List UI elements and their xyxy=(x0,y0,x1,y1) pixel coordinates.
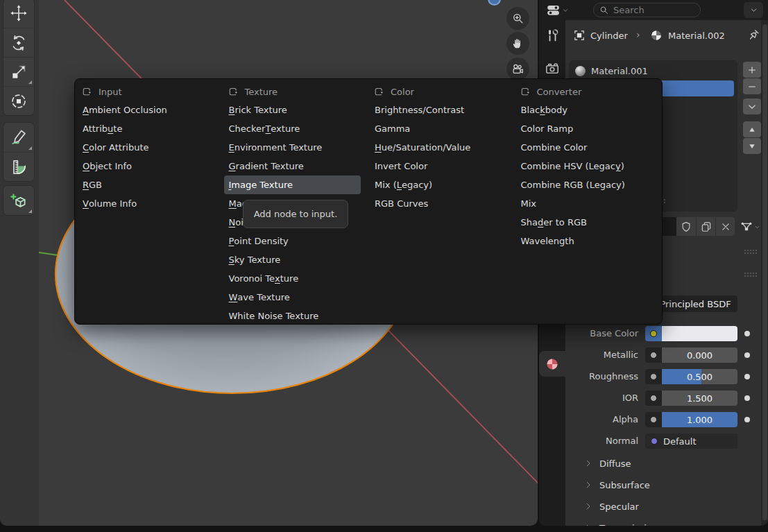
menu-item[interactable]: Object Info xyxy=(78,157,215,175)
socket-button[interactable] xyxy=(645,391,662,406)
minus-icon xyxy=(746,81,758,92)
menu-item[interactable]: Brightness/Contrast xyxy=(370,101,507,119)
menu-item[interactable]: Point Density xyxy=(224,232,361,250)
section-label: Subsurface xyxy=(599,480,650,490)
menu-item[interactable]: Voronoi Texture xyxy=(224,269,361,288)
menu-item[interactable]: Hue/Saturation/Value xyxy=(370,138,507,157)
annotate-tool-button[interactable] xyxy=(3,123,34,152)
menu-item[interactable]: Blackbody xyxy=(516,101,654,119)
add-cube-tool-button[interactable] xyxy=(3,186,34,215)
socket-button[interactable] xyxy=(645,412,662,427)
value-slider[interactable]: 0.500 xyxy=(662,369,737,384)
menu-item[interactable]: Combine HSV (Legacy) xyxy=(516,157,654,175)
menu-item[interactable]: Gamma xyxy=(370,119,507,138)
chevron-right-icon xyxy=(583,501,593,511)
value-slider[interactable]: 1.000 xyxy=(662,412,737,427)
minus-button[interactable] xyxy=(743,78,761,94)
value-slider[interactable]: 0.000 xyxy=(662,347,737,363)
menu-item[interactable]: Volume Info xyxy=(78,194,215,213)
menu-item[interactable]: Environment Texture xyxy=(224,138,361,157)
menu-item[interactable]: Invert Color xyxy=(370,157,507,175)
section-header-diffuse[interactable]: Diffuse xyxy=(583,455,743,472)
tri-up-button[interactable] xyxy=(743,121,761,137)
panel-grip[interactable] xyxy=(744,273,757,277)
keyframe-dot[interactable] xyxy=(744,395,750,401)
scrollbar[interactable] xyxy=(761,20,768,526)
move-tool-button[interactable] xyxy=(3,0,34,28)
socket-button[interactable] xyxy=(645,369,662,384)
menu-item[interactable]: Sky Texture xyxy=(224,250,361,269)
property-label: Base Color xyxy=(546,326,638,341)
section-header-transmission[interactable]: Transmission xyxy=(583,520,743,526)
annotate-tool-icon xyxy=(10,128,28,146)
editor-type-button[interactable] xyxy=(546,2,569,18)
section-header-subsurface[interactable]: Subsurface xyxy=(583,477,743,493)
pan-hand-button[interactable] xyxy=(506,32,529,55)
menu-item[interactable]: Wavelength xyxy=(516,232,654,250)
shader-node-button[interactable]: Principled BSDF xyxy=(654,295,737,312)
shield-button[interactable] xyxy=(676,217,696,236)
header-options-button[interactable] xyxy=(744,2,763,18)
measure-tool-button[interactable] xyxy=(3,152,34,181)
keyframe-dot[interactable] xyxy=(744,417,750,422)
menu-item[interactable]: Mix (Legacy) xyxy=(370,175,507,194)
chevron-right-icon xyxy=(583,458,593,468)
keyframe-dot[interactable] xyxy=(744,374,750,379)
menu-column-color: ColorBrightness/ContrastGammaHue/Saturat… xyxy=(370,83,516,324)
menu-item[interactable]: Brick Texture xyxy=(224,101,361,119)
rotate-tool-icon xyxy=(10,34,28,52)
camera-view-icon xyxy=(511,62,524,76)
menu-item[interactable]: RGB xyxy=(78,175,215,194)
menu-item[interactable]: Wave Texture xyxy=(224,288,361,307)
menu-item[interactable]: Combine Color xyxy=(516,138,654,157)
pin-icon[interactable] xyxy=(746,28,760,42)
breadcrumb-material: Material.002 xyxy=(668,29,725,43)
menu-column-header: Converter xyxy=(516,83,663,101)
property-label: Metallic xyxy=(546,347,638,363)
normal-input-field[interactable]: Default xyxy=(645,434,737,449)
menu-item[interactable]: Combine RGB (Legacy) xyxy=(516,175,654,194)
close-button[interactable] xyxy=(715,217,735,236)
search-box[interactable] xyxy=(593,3,701,17)
menu-item[interactable]: Ambient Occlusion xyxy=(78,101,215,119)
keyframe-dot[interactable] xyxy=(744,331,750,336)
material-slot-row[interactable]: Material.001 xyxy=(571,62,735,79)
tool-tab-button[interactable] xyxy=(544,28,561,44)
tri-down-icon xyxy=(746,141,758,152)
socket-button[interactable] xyxy=(645,326,662,341)
menu-item[interactable]: Color Attribute xyxy=(78,138,215,157)
transform-tool-button[interactable] xyxy=(3,86,34,115)
menu-item[interactable]: White Noise Texture xyxy=(224,307,361,325)
panel-grip[interactable] xyxy=(744,250,757,254)
transform-tool-icon xyxy=(10,92,28,110)
measure-tool-icon xyxy=(10,158,28,176)
menu-item[interactable]: Image Texture xyxy=(224,175,361,194)
menu-item[interactable]: Checker Texture xyxy=(224,119,361,138)
value-slider[interactable]: 1.500 xyxy=(662,391,737,406)
camera-view-button[interactable] xyxy=(506,58,529,80)
menu-item[interactable]: Gradient Texture xyxy=(224,157,361,175)
scale-tool-button[interactable] xyxy=(3,57,34,86)
filter-nodes-button[interactable] xyxy=(740,218,760,235)
menu-item[interactable]: Attribute xyxy=(78,119,215,138)
plus-button[interactable] xyxy=(743,62,761,78)
rotate-tool-button[interactable] xyxy=(3,28,34,57)
section-header-specular[interactable]: Specular xyxy=(583,498,743,515)
keyframe-dot[interactable] xyxy=(744,352,750,358)
socket-button[interactable] xyxy=(645,347,662,363)
menu-item[interactable]: Color Ramp xyxy=(516,119,654,138)
menu-item[interactable]: Shader to RGB xyxy=(516,213,654,232)
submenu-corner-icon xyxy=(28,209,32,213)
menu-item[interactable]: RGB Curves xyxy=(370,194,507,213)
render-tab-button[interactable] xyxy=(544,60,561,76)
menu-item[interactable]: Mix xyxy=(516,194,654,213)
base-color-swatch[interactable] xyxy=(662,326,737,341)
datablock-ops xyxy=(676,217,735,236)
tri-down-button[interactable] xyxy=(743,138,761,154)
zoom-button[interactable] xyxy=(506,7,529,30)
copy-button[interactable] xyxy=(696,217,715,236)
search-input[interactable] xyxy=(613,5,695,15)
tooltip-text: Add node to input. xyxy=(254,209,338,219)
scrollbar-thumb[interactable] xyxy=(762,24,767,520)
chevron-down-button[interactable] xyxy=(743,98,761,114)
